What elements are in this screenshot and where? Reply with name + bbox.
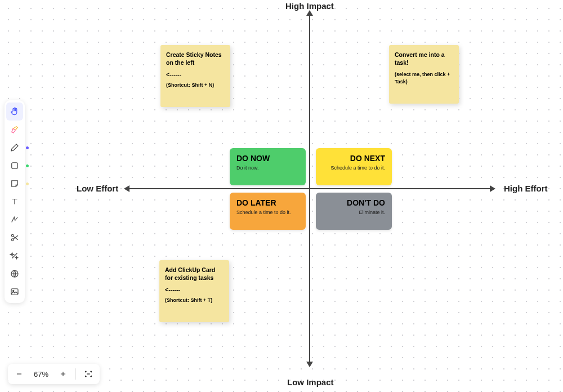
highlighter-tool[interactable]	[6, 121, 23, 139]
whiteboard-canvas[interactable]: High Impact Low Impact Low Effort High E…	[0, 0, 563, 392]
sticky-note[interactable]: Convert me into a task! (select me, then…	[389, 45, 459, 104]
arrow-up-icon	[306, 10, 313, 16]
sticky-sub: (select me, then click + Task)	[395, 71, 453, 85]
axis-label-right: High Effort	[504, 184, 547, 193]
sticky-note-tool[interactable]	[6, 175, 23, 193]
globe-icon	[10, 269, 20, 279]
svg-rect-4	[11, 289, 18, 295]
image-tool[interactable]	[6, 283, 23, 301]
pen-icon	[10, 142, 20, 153]
quadrant-title: DO NEXT	[323, 154, 385, 163]
sticky-sub: (Shortcut: Shift + T)	[165, 297, 224, 303]
fit-button[interactable]	[81, 366, 96, 382]
sticky-arrow: <------	[165, 286, 224, 293]
sticky-note[interactable]: Create Sticky Notes on the left <------ …	[160, 45, 230, 107]
quadrant-do-now[interactable]: DO NOW Do it now.	[230, 148, 306, 185]
axis-label-left: Low Effort	[77, 184, 118, 193]
svg-point-1	[11, 234, 14, 237]
quadrant-subtitle: Schedule a time to do it.	[323, 165, 385, 171]
hand-icon	[10, 106, 20, 117]
fit-icon	[84, 369, 93, 378]
scissors-icon	[10, 233, 20, 243]
color-dot-icon	[26, 182, 29, 185]
quadrant-subtitle: Eliminate it.	[323, 210, 385, 215]
zoom-in-button[interactable]	[55, 366, 71, 382]
sticky-title: Convert me into a task!	[395, 51, 453, 66]
scissors-tool[interactable]	[6, 229, 23, 247]
horizontal-axis	[128, 188, 491, 189]
arrow-down-icon	[306, 362, 313, 367]
sticky-note[interactable]: Add ClickUp Card for existing tasks <---…	[159, 260, 229, 322]
text-icon	[10, 197, 20, 207]
magic-tool[interactable]	[6, 247, 23, 265]
sticky-title: Add ClickUp Card for existing tasks	[165, 266, 224, 282]
shape-icon	[10, 161, 20, 171]
minus-icon	[15, 370, 23, 378]
quadrant-do-next[interactable]: DO NEXT Schedule a time to do it.	[316, 148, 392, 185]
quadrant-title: DO NOW	[236, 154, 299, 163]
quadrant-do-later[interactable]: DO LATER Schedule a time to do it.	[230, 193, 306, 230]
color-dot-icon	[26, 146, 29, 149]
sticky-icon	[10, 179, 20, 189]
axis-label-top: High Impact	[285, 1, 334, 11]
svg-rect-0	[12, 163, 18, 169]
zoom-out-button[interactable]	[11, 366, 27, 382]
pen-tool[interactable]	[6, 139, 23, 157]
zoom-level[interactable]: 67%	[29, 370, 53, 378]
magic-icon	[10, 251, 20, 261]
color-dot-icon	[26, 164, 29, 167]
left-toolbar	[5, 100, 25, 303]
sticky-arrow: <------	[166, 71, 225, 78]
quadrant-dont-do[interactable]: DON'T DO Eliminate it.	[316, 193, 392, 230]
quadrant-title: DON'T DO	[323, 198, 385, 207]
svg-point-2	[11, 239, 14, 241]
plus-icon	[59, 370, 67, 378]
image-icon	[10, 287, 20, 297]
connector-icon	[10, 215, 20, 225]
axis-label-bottom: Low Impact	[287, 377, 334, 387]
sticky-sub: (Shortcut: Shift + N)	[166, 82, 225, 88]
arrow-right-icon	[490, 185, 495, 192]
arrow-left-icon	[124, 185, 129, 192]
quadrant-subtitle: Schedule a time to do it.	[236, 210, 299, 215]
quadrant-title: DO LATER	[236, 198, 299, 207]
web-tool[interactable]	[6, 265, 23, 283]
highlighter-icon	[10, 124, 20, 135]
zoom-controls: 67%	[8, 364, 100, 384]
shape-tool[interactable]	[6, 157, 23, 175]
sticky-title: Create Sticky Notes on the left	[166, 51, 225, 66]
text-tool[interactable]	[6, 193, 23, 211]
divider	[75, 368, 76, 380]
connector-tool[interactable]	[6, 211, 23, 229]
quadrant-subtitle: Do it now.	[236, 165, 299, 171]
hand-tool[interactable]	[6, 103, 23, 121]
